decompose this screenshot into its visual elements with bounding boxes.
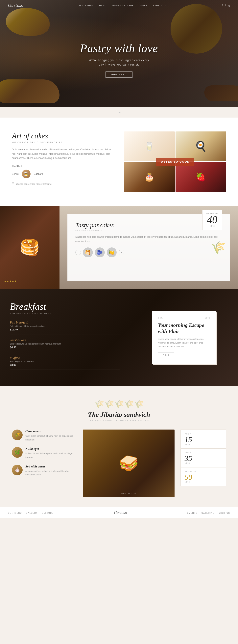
menu-item-1-name: Full breakfast bbox=[10, 321, 120, 324]
ready-time-card: READY IN 50 mins bbox=[181, 467, 226, 486]
breakfast-title: Breakfast bbox=[10, 301, 120, 312]
prep-label: PREP bbox=[185, 433, 222, 435]
escape-title: Your morning Escape with Flair bbox=[158, 322, 210, 334]
thumbnail-1[interactable]: 🥞 bbox=[83, 248, 93, 257]
art-right-images: TASTES SO GOOD! bbox=[124, 132, 226, 192]
hero-content: Pastry with love We're bringing you fres… bbox=[80, 42, 158, 78]
jibarito-subtitle: THE BEST SANDWICH YOU'VE EVER TASTED! bbox=[12, 420, 226, 422]
bread-decoration-bottomright bbox=[204, 86, 238, 101]
next-button[interactable]: › bbox=[119, 250, 124, 255]
jib-item-3: 🧄 Sed nibh purus Aenean eleifend tellus … bbox=[12, 465, 77, 476]
nav-links-list: WELCOME MENU RESERVATIONS NEWS CONTACT bbox=[79, 4, 166, 7]
jib-item-1: 🌾 Class aptent Quut aliam persecuti ef n… bbox=[12, 430, 77, 442]
jibarito-header: The Jibarito sandwich THE BEST SANDWICH … bbox=[12, 411, 226, 422]
ready-in-label: READY IN bbox=[185, 471, 222, 472]
footer-right-links: EVENTS CATERING VISIT US bbox=[187, 511, 230, 514]
bread-decoration-left bbox=[0, 80, 59, 103]
jibarito-image-area: 🥪 FULL RECIPE bbox=[83, 430, 175, 497]
menu-item-3-desc: Fuisce eget dui sodales est bbox=[10, 360, 120, 362]
menu-item-1-desc: Dolor ut tortor, at felis, vulputate pre… bbox=[10, 325, 120, 327]
prep-number: 15 bbox=[185, 436, 222, 443]
escape-est: EST. 1995 bbox=[158, 317, 210, 319]
food-image-egg bbox=[176, 132, 226, 161]
menu-item-3-price: $3.95 bbox=[10, 364, 120, 366]
art-section: Art of cakes WE CREATE DELICIOUS MEMORIE… bbox=[0, 118, 238, 206]
footer-events[interactable]: EVENTS bbox=[187, 512, 198, 514]
jib-text-2: Nulla eget Nullam dictum felis eu pede m… bbox=[25, 447, 77, 459]
main-nav: Gustoso WELCOME MENU RESERVATIONS NEWS C… bbox=[0, 0, 238, 11]
escape-desc: Donec vitae sapien ut libero venenatis f… bbox=[158, 337, 210, 348]
hero-cta-button[interactable]: OUR MENU bbox=[105, 72, 133, 78]
nav-menu[interactable]: MENU bbox=[99, 4, 107, 7]
food-image-cream bbox=[124, 132, 175, 161]
jib-desc-2: Nullam dictum felis eu pede molio pretiu… bbox=[25, 452, 77, 459]
bread-decoration-right bbox=[171, 4, 222, 54]
art-title: Art of cakes bbox=[12, 132, 114, 140]
footer-left-links: OUR MENU GALLERY CULTURE bbox=[8, 511, 54, 514]
breakfast-left: Breakfast 7AM BREAKFAST! WE'RE OPEN! Ful… bbox=[0, 289, 130, 386]
prep-time-card: PREP 15 mins bbox=[181, 430, 226, 448]
wheat-section-decoration: 🌾🌾🌾🌾🌾 bbox=[12, 398, 226, 411]
jibarito-section: 🌾🌾🌾🌾🌾 The Jibarito sandwich THE BEST SAN… bbox=[0, 386, 238, 507]
est-year: 1995 bbox=[205, 317, 210, 319]
est-label: EST. bbox=[158, 317, 163, 319]
site-logo: Gustoso bbox=[8, 3, 24, 8]
footer-logo: Gustoso bbox=[114, 510, 127, 515]
twitter-icon[interactable]: 𝕥 bbox=[222, 4, 223, 7]
menu-item-3-name: Muffins bbox=[10, 356, 120, 360]
chef-name-left: Benito bbox=[12, 172, 19, 175]
jib-icon-2: 🌿 bbox=[12, 447, 23, 458]
jib-item-2: 🌿 Nulla eget Nullam dictum felis eu pede… bbox=[12, 447, 77, 459]
menu-item-2-price: $4.90 bbox=[10, 346, 120, 349]
cook-time-card: COOK 35 mins bbox=[181, 448, 226, 468]
nav-welcome[interactable]: WELCOME bbox=[79, 4, 93, 7]
nav-social: 𝕥 𝕗 𝕘 bbox=[222, 4, 230, 7]
jib-title-2: Nulla eget bbox=[25, 447, 77, 450]
jib-desc-1: Quut aliam persecuti ef nam, nam ad atqu… bbox=[25, 434, 77, 442]
footer-our-menu[interactable]: OUR MENU bbox=[8, 512, 22, 514]
thumbnail-2[interactable]: 🫐 bbox=[95, 248, 105, 257]
jibarito-timing: PREP 15 mins COOK 35 mins READY IN 50 mi… bbox=[181, 430, 226, 486]
jib-icon-1: 🌾 bbox=[12, 430, 23, 440]
sandwich-image: 🥪 FULL RECIPE bbox=[83, 430, 175, 497]
footer-culture[interactable]: CULTURE bbox=[42, 512, 53, 514]
menu-item-2-name: Toast & Jam bbox=[10, 338, 120, 342]
instagram-icon[interactable]: 𝕘 bbox=[228, 4, 230, 7]
leaf-icon: ❧ bbox=[117, 110, 121, 115]
menu-item-3: Muffins Fuisce eget dui sodales est $3.9… bbox=[10, 356, 120, 370]
breakfast-tagline: 7AM BREAKFAST! WE'RE OPEN! bbox=[10, 313, 120, 315]
jib-text-3: Sed nibh purus Aenean eleifend tellus le… bbox=[25, 465, 77, 476]
hero-section: Gustoso WELCOME MENU RESERVATIONS NEWS C… bbox=[0, 0, 238, 107]
prev-button[interactable]: ‹ bbox=[75, 250, 81, 255]
art-description: Quisque rutrum. Aenean imperdiet. Etiam … bbox=[12, 148, 114, 160]
menu-item-1-price: $12.49 bbox=[10, 328, 120, 331]
thumbnail-3[interactable]: 🍋 bbox=[107, 248, 117, 257]
full-recipe-label[interactable]: FULL RECIPE bbox=[121, 492, 137, 494]
pancakes-section: ★★★★★ READY IN 40 mins Tasty pancakes SE… bbox=[0, 206, 238, 289]
footer-visit-us[interactable]: VISIT US bbox=[219, 512, 230, 514]
food-image-cake bbox=[124, 162, 175, 192]
nav-contact[interactable]: CONTACT bbox=[153, 4, 166, 7]
menu-item-2: Toast & Jam Suspendisse, tellus eget con… bbox=[10, 338, 120, 352]
pancakes-image: ★★★★★ bbox=[0, 206, 59, 289]
footer-nav: OUR MENU GALLERY CULTURE Gustoso EVENTS … bbox=[0, 507, 238, 518]
jib-text-1: Class aptent Quut aliam persecuti ef nam… bbox=[25, 430, 77, 442]
jib-title-3: Sed nibh purus bbox=[25, 465, 77, 468]
art-left-content: Art of cakes WE CREATE DELICIOUS MEMORIE… bbox=[12, 132, 114, 186]
footer-catering[interactable]: CATERING bbox=[202, 512, 215, 514]
tastes-badge: TASTES SO GOOD! bbox=[156, 158, 194, 166]
wheat-decoration: 🌾 bbox=[198, 206, 238, 289]
nav-reservations[interactable]: RESERVATIONS bbox=[112, 4, 134, 7]
jibarito-title: The Jibarito sandwich bbox=[12, 411, 226, 418]
escape-card: EST. 1995 Your morning Escape with Flair… bbox=[152, 311, 216, 364]
jibarito-features: 🌾 Class aptent Quut aliam persecuti ef n… bbox=[12, 430, 77, 476]
facebook-icon[interactable]: 𝕗 bbox=[225, 4, 226, 7]
escape-read-button[interactable]: READ bbox=[158, 352, 174, 358]
footer-gallery[interactable]: GALLERY bbox=[26, 512, 38, 514]
breakfast-section: Breakfast 7AM BREAKFAST! WE'RE OPEN! Ful… bbox=[0, 289, 238, 386]
rating-stars: ★★★★★ bbox=[4, 280, 17, 283]
cook-number: 35 bbox=[185, 454, 222, 462]
ready-in-number: 50 bbox=[185, 474, 222, 481]
menu-item-1: Full breakfast Dolor ut tortor, at felis… bbox=[10, 321, 120, 334]
nav-news[interactable]: NEWS bbox=[139, 4, 148, 7]
